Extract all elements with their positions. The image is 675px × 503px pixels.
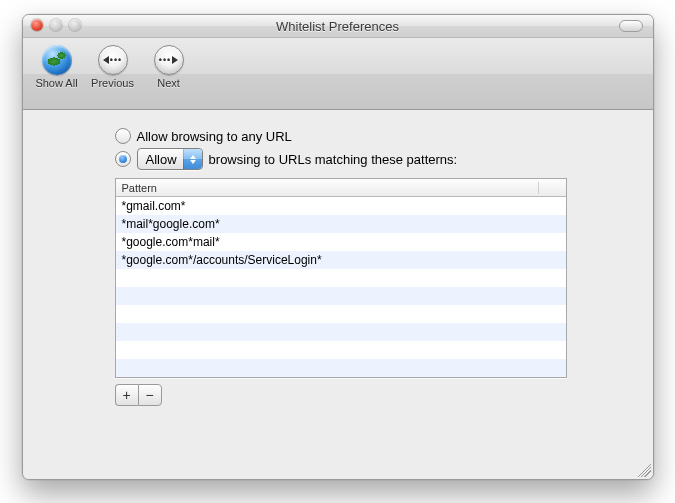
minimize-icon[interactable]: [50, 19, 62, 31]
resize-handle-icon[interactable]: [637, 463, 651, 477]
next-label: Next: [157, 77, 180, 89]
table-row[interactable]: *gmail.com*: [116, 197, 566, 215]
mode-popup[interactable]: Allow: [137, 148, 203, 170]
table-row: [116, 341, 566, 359]
toolbar-toggle-icon[interactable]: [619, 20, 643, 32]
table-row[interactable]: *google.com*mail*: [116, 233, 566, 251]
preferences-window: Whitelist Preferences Show All ••• Previ…: [22, 14, 654, 480]
table-row: [116, 323, 566, 341]
column-header-pattern[interactable]: Pattern: [116, 182, 539, 194]
close-icon[interactable]: [31, 19, 43, 31]
table-row[interactable]: *google.com*/accounts/ServiceLogin*: [116, 251, 566, 269]
table-row: [116, 305, 566, 323]
previous-button[interactable]: ••• Previous: [89, 43, 137, 89]
window-title: Whitelist Preferences: [23, 19, 653, 34]
zoom-icon[interactable]: [69, 19, 81, 31]
content-area: Allow browsing to any URL Allow browsing…: [23, 110, 653, 480]
plus-icon: +: [122, 388, 130, 402]
radio-allow-any[interactable]: [115, 128, 131, 144]
next-button[interactable]: ••• Next: [145, 43, 193, 89]
toolbar: Show All ••• Previous ••• Next: [23, 38, 653, 110]
table-row: [116, 359, 566, 377]
minus-icon: −: [145, 388, 153, 402]
table-row: [116, 269, 566, 287]
remove-button[interactable]: −: [138, 384, 162, 406]
radio-patterns[interactable]: [115, 151, 131, 167]
mode-popup-value: Allow: [146, 152, 177, 167]
previous-label: Previous: [91, 77, 134, 89]
next-icon: •••: [154, 45, 184, 75]
option-patterns-suffix: browsing to URLs matching these patterns…: [209, 152, 458, 167]
previous-icon: •••: [98, 45, 128, 75]
option-patterns[interactable]: Allow browsing to URLs matching these pa…: [115, 148, 631, 170]
add-button[interactable]: +: [115, 384, 138, 406]
show-all-label: Show All: [35, 77, 77, 89]
globe-icon: [42, 45, 72, 75]
show-all-button[interactable]: Show All: [33, 43, 81, 89]
popup-arrows-icon: [183, 149, 202, 169]
patterns-table: Pattern *gmail.com**mail*google.com**goo…: [115, 178, 567, 378]
table-header-row: Pattern: [116, 179, 566, 197]
table-row[interactable]: *mail*google.com*: [116, 215, 566, 233]
table-row: [116, 287, 566, 305]
table-body[interactable]: *gmail.com**mail*google.com**google.com*…: [116, 197, 566, 377]
add-remove-group: + −: [115, 384, 631, 406]
titlebar: Whitelist Preferences: [23, 15, 653, 38]
option-allow-any-label: Allow browsing to any URL: [137, 129, 292, 144]
option-allow-any[interactable]: Allow browsing to any URL: [115, 128, 631, 144]
